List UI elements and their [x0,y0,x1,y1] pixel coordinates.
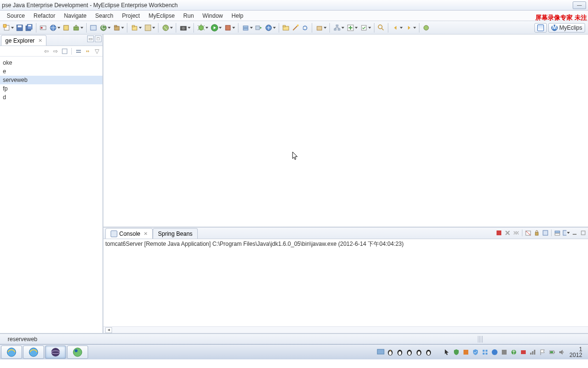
deploy-icon[interactable] [71,23,84,32]
back-icon[interactable]: ⇦ [43,47,50,55]
remove-launch-button[interactable] [504,229,511,237]
back-button[interactable] [391,23,403,32]
open-perspective-button[interactable] [534,23,547,33]
maximize-view-button[interactable]: □ [95,35,102,42]
web-project-icon[interactable] [48,23,61,32]
new-ui-icon[interactable] [346,23,358,32]
tree-item[interactable]: e [0,67,102,76]
external-tools-icon[interactable] [223,23,236,32]
forward-button[interactable] [404,23,417,32]
spring-beans-tab[interactable]: Spring Beans [153,228,198,239]
tray-shield2-icon[interactable] [472,348,479,356]
camera-icon[interactable] [179,23,191,32]
clear-console-button[interactable] [524,229,532,237]
refresh-icon[interactable] [301,23,309,32]
close-icon[interactable]: ✕ [38,38,42,43]
package-icon[interactable] [112,23,124,32]
save-button[interactable] [15,23,24,32]
taskbar-ie2-button[interactable] [23,345,44,359]
scroll-lock-button[interactable] [533,229,541,237]
taskbar-eclipse-button[interactable] [45,345,66,359]
editor-area[interactable] [103,34,588,228]
tray-qq2-icon[interactable] [406,348,413,356]
tray-shield1-icon[interactable] [452,348,460,356]
tray-cursor-icon[interactable] [443,348,451,356]
tray-qq4-icon[interactable] [425,348,432,356]
tray-usb-icon[interactable] [510,348,518,356]
tray-orange-icon[interactable] [462,348,470,356]
run-maven-icon[interactable] [143,23,156,32]
tree-item[interactable]: d [0,93,102,102]
menu-search[interactable]: Search [91,12,117,20]
menu-window[interactable]: Window [199,12,227,20]
taskbar-clock[interactable]: 1 2012 [567,346,584,358]
terminate-button[interactable] [495,229,503,237]
open-console-button[interactable] [562,229,570,237]
menu-run[interactable]: Run [180,12,198,20]
tray-qq3-icon[interactable] [415,348,423,356]
applet-icon[interactable] [89,23,98,32]
hierarchy-icon[interactable] [332,23,345,32]
menu-source[interactable]: Source [3,12,29,20]
link-icon[interactable] [84,47,91,55]
tray-app3-icon[interactable] [520,348,527,356]
menu-project[interactable]: Project [118,12,144,20]
remove-all-button[interactable] [512,229,520,237]
tray-qq1-icon[interactable] [396,348,404,356]
myeclipse-perspective-button[interactable]: M MyEclips [548,23,585,33]
horizontal-scrollbar[interactable]: ◄ [103,326,588,333]
ejb-icon[interactable] [62,23,70,32]
up-icon[interactable] [61,47,68,55]
tray-flag-icon[interactable] [539,348,546,356]
tray-penguin-icon[interactable] [386,348,394,356]
folder-icon[interactable] [282,23,290,32]
tray-app1-icon[interactable] [491,348,498,356]
orm-icon[interactable] [315,23,327,32]
menu-navigate[interactable]: Navigate [60,12,90,20]
search-icon[interactable] [377,23,385,32]
taskbar-app-button[interactable] [67,345,88,359]
tray-network-icon[interactable] [529,348,537,356]
minimize-panel-button[interactable] [571,229,578,237]
server-publish-icon[interactable] [264,23,276,32]
menu-refactor[interactable]: Refactor [30,12,59,20]
new-button[interactable] [2,23,14,32]
maximize-panel-button[interactable] [579,229,587,237]
tree-item[interactable]: oke [0,58,102,67]
task-icon[interactable] [359,23,372,32]
launch-browser-icon[interactable] [161,23,173,32]
tray-power-icon[interactable] [548,348,556,356]
wand-icon[interactable] [291,23,300,32]
minimize-view-button[interactable]: ▭ [87,35,94,42]
package-explorer-tab[interactable]: ge Explorer ✕ [1,35,46,46]
display-selected-button[interactable] [554,229,561,237]
pin-console-button[interactable] [542,229,549,237]
taskbar-ie-button[interactable] [1,345,22,359]
forward-icon[interactable]: ⇨ [52,47,59,55]
launch-config-icon[interactable] [39,23,47,32]
console-tab[interactable]: Console ✕ [105,228,153,239]
tray-volume-icon[interactable] [558,348,565,356]
tray-win-icon[interactable] [481,348,489,356]
open-type-icon[interactable] [130,23,142,32]
run-button[interactable] [210,23,222,32]
menu-help[interactable]: Help [228,12,248,20]
beans-icon[interactable] [422,23,430,32]
console-output[interactable]: tomcat6Server [Remote Java Application] … [103,239,588,326]
java-class-icon[interactable]: C [99,23,111,32]
project-tree[interactable]: oke e serveweb fp d [0,57,102,333]
minimize-button[interactable]: — [573,1,586,9]
close-icon[interactable]: ✕ [144,231,147,236]
view-menu-icon[interactable]: ▽ [93,47,101,55]
menu-myeclipse[interactable]: MyEclipse [145,12,179,20]
save-all-button[interactable] [25,23,34,32]
debug-button[interactable] [196,23,209,32]
scroll-left-icon[interactable]: ◄ [105,327,112,333]
tray-desktop-icon[interactable] [377,348,384,356]
tree-item[interactable]: fp [0,84,102,93]
tree-item[interactable]: serveweb [0,76,102,84]
server-start-icon[interactable] [254,23,263,32]
collapse-all-icon[interactable] [75,47,82,55]
new-server-icon[interactable] [241,23,253,32]
tray-app2-icon[interactable] [500,348,508,356]
